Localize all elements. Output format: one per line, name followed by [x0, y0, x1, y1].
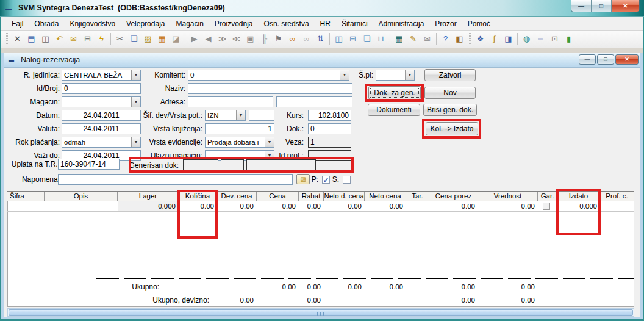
horizontal-scrollbar[interactable] [7, 308, 634, 317]
scrollbar-thumb[interactable] [9, 309, 633, 316]
cell-prof-c[interactable] [600, 201, 634, 211]
toolbar-flag-button[interactable]: ⚑ [271, 32, 285, 46]
menu--ifarnici[interactable]: Šifarnici [336, 18, 373, 29]
cell-izdato[interactable]: 0.000 [557, 201, 600, 211]
cell-kolicina[interactable]: 0.00 [179, 201, 217, 211]
cell-lager[interactable]: 0.000 [118, 201, 179, 211]
cell-dev-cena[interactable]: 0.00 [217, 201, 257, 211]
toolbar-tree-button[interactable]: ╠ [257, 32, 271, 46]
child-close-button[interactable]: ✕ [615, 54, 639, 65]
toolbar-print-button[interactable]: ⊟ [80, 32, 95, 46]
menu-osn-sredstva[interactable]: Osn. sredstva [259, 18, 315, 29]
spl-select[interactable]: ▼ [376, 70, 415, 81]
toolbar-generate-button[interactable]: ϟ [95, 32, 109, 46]
cell-cena-porez[interactable]: 0.00 [429, 201, 478, 211]
toolbar-bottom-window-button[interactable]: ⊔ [374, 32, 388, 46]
toolbar-calculator-button[interactable]: ▦ [392, 32, 406, 46]
nov-button[interactable]: Nov [424, 87, 476, 99]
close-button[interactable]: ✕ [612, 0, 639, 12]
adresa-input[interactable] [188, 96, 273, 107]
cell-rabat[interactable]: 0.00 [299, 201, 324, 211]
child-restore-button[interactable]: □ [597, 54, 614, 65]
menu-pomo-[interactable]: Pomoć [462, 18, 496, 29]
vrsta-pot-input[interactable] [249, 110, 274, 121]
toolbar-mail-button[interactable]: ✉ [66, 32, 80, 46]
toolbar-cascade-button[interactable]: ❏ [360, 32, 374, 46]
toolbar-undo-button[interactable]: ↶ [52, 32, 66, 46]
toolbar-tile-horizontal-button[interactable]: ⊟ [346, 32, 360, 46]
cell-cena[interactable]: 0.00 [257, 201, 299, 211]
toolbar-erase-button[interactable]: ◪ [169, 32, 183, 46]
toolbar-notebook-button[interactable]: ▮ [562, 32, 576, 46]
toolbar-forward-button[interactable]: ≫ [215, 32, 229, 46]
toolbar-select-button[interactable]: ▣ [243, 32, 257, 46]
toolbar-exit-door-button[interactable]: ◧ [453, 32, 467, 46]
vrsta-evidencije-select[interactable]: Prodaja dobara i ▼ [205, 137, 274, 148]
toolbar-close-button[interactable]: ✕ [10, 32, 24, 46]
gar-checkbox[interactable] [543, 203, 550, 210]
toolbar-book-exit-button[interactable]: ◨ [501, 32, 515, 46]
menu-hr[interactable]: HR [315, 18, 336, 29]
toolbar-cut-button[interactable]: ✂ [113, 32, 127, 46]
toolbar-window-button[interactable]: ❖ [473, 32, 487, 46]
menu-proizvodnja[interactable]: Proizvodnja [209, 18, 259, 29]
cell-gar[interactable] [538, 201, 557, 211]
toolbar-list-button[interactable]: ≣ [534, 32, 548, 46]
kol-izdato-button[interactable]: Kol. -> Izdato [426, 122, 478, 135]
naziv-input[interactable] [188, 83, 352, 94]
generisan-dok-input-3[interactable] [246, 159, 316, 170]
open-attachment-button[interactable]: ▨ [296, 174, 310, 184]
dropdown-arrow-icon[interactable]: ▼ [405, 70, 414, 80]
toolbar-print-preview-button[interactable]: ◫ [38, 32, 52, 46]
toolbar-database-button[interactable]: ◍ [520, 32, 534, 46]
generisan-dok-input-1[interactable] [183, 159, 218, 170]
s-checkbox[interactable] [343, 176, 351, 184]
minimize-button[interactable]: — [571, 0, 592, 12]
toolbar-tile-vertical-button[interactable]: ◫ [332, 32, 346, 46]
cell-opis[interactable] [45, 201, 118, 211]
sif-dev-select[interactable]: IZN ▼ [205, 110, 246, 121]
toolbar-link-button[interactable]: ∞ [285, 32, 299, 46]
generisan-dok-input-2[interactable] [221, 159, 244, 170]
toolbar-next-record-button[interactable]: ▶ [187, 32, 201, 46]
toolbar-sort-az-button[interactable]: ⇅ [313, 32, 327, 46]
toolbar-copy-button[interactable]: ❏ [127, 32, 141, 46]
menu-knjigovodstvo[interactable]: Knjigovodstvo [64, 18, 121, 29]
p-checkbox[interactable]: ✓ [322, 176, 330, 184]
menu-fajl[interactable]: Fajl [6, 18, 29, 29]
dokumenti-button[interactable]: Dokumenti [368, 104, 420, 116]
brisi-gen-dok-button[interactable]: Brisi gen. dok. [423, 104, 477, 116]
toolbar-help-button[interactable]: ? [438, 32, 453, 46]
toolbar-note-edit-button[interactable]: ✎ [406, 32, 420, 46]
cell-neto-d-cena[interactable]: 0.00 [324, 201, 365, 211]
toolbar-backward-button[interactable]: ≪ [229, 32, 243, 46]
komitent-select[interactable]: 0 ▼ [188, 70, 349, 81]
toolbar-message-button[interactable]: ⊡ [548, 32, 562, 46]
toolbar-scroll-button[interactable]: ∫ [487, 32, 501, 46]
cell-tar[interactable] [406, 201, 429, 211]
kurs-input[interactable] [308, 110, 351, 121]
menu-administracija[interactable]: Administracija [373, 18, 430, 29]
dok-input[interactable] [308, 123, 351, 134]
dok-za-gen-button[interactable]: Dok. za gen. [368, 86, 421, 99]
veza-input[interactable] [308, 137, 351, 148]
toolbar-table-button[interactable]: ▦ [155, 32, 169, 46]
toolbar-card-button[interactable]: ✉ [420, 32, 434, 46]
cell-sifra[interactable] [7, 201, 45, 211]
menu-obrada[interactable]: Obrada [29, 18, 64, 29]
menu-prozor[interactable]: Prozor [429, 18, 462, 29]
zatvori-button[interactable]: Zatvori [424, 69, 476, 81]
dropdown-arrow-icon[interactable]: ▼ [236, 110, 245, 120]
dropdown-arrow-icon[interactable]: ▼ [265, 137, 274, 147]
adresa2-input[interactable] [276, 96, 352, 107]
toolbar-save-button[interactable]: ▤ [24, 32, 38, 46]
cell-neto-cena[interactable]: 0.00 [365, 201, 406, 211]
napomena-input[interactable] [58, 174, 293, 185]
toolbar-paste-button[interactable]: ▨ [141, 32, 155, 46]
maximize-button[interactable]: □ [592, 0, 612, 12]
menu-magacin[interactable]: Magacin [170, 18, 209, 29]
child-minimize-button[interactable]: — [579, 54, 596, 65]
vrsta-knjizenja-input[interactable] [205, 123, 274, 134]
cell-vrednost[interactable]: 0.00 [478, 201, 538, 211]
menu-veleprodaja[interactable]: Veleprodaja [121, 18, 170, 29]
